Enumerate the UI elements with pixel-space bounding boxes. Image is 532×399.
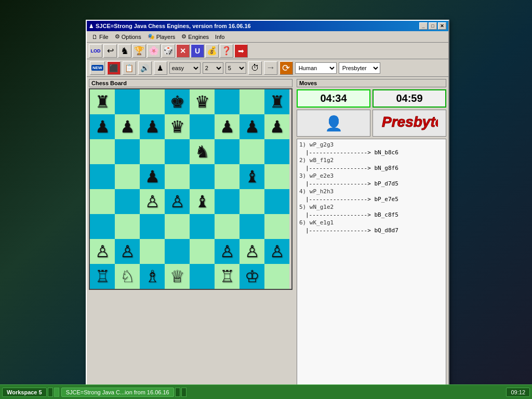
chess-cell[interactable] (115, 214, 140, 239)
sound-button[interactable]: 🔊 (138, 61, 152, 75)
chess-cell[interactable] (240, 139, 264, 164)
chess-cell[interactable] (140, 214, 165, 239)
package-button[interactable]: 🎲 (162, 44, 175, 58)
chess-cell[interactable] (215, 89, 240, 114)
chess-cell[interactable]: ♗ (140, 264, 165, 289)
chess-cell[interactable] (264, 189, 289, 214)
chess-cell[interactable] (264, 164, 289, 189)
chess-cell[interactable] (90, 189, 115, 214)
go-arrow-button[interactable]: → (264, 61, 277, 75)
chess-cell[interactable] (165, 239, 190, 264)
maximize-button[interactable]: □ (429, 22, 437, 30)
chess-cell[interactable]: ♚ (165, 89, 190, 114)
taskbar-app-label[interactable]: SJCE=Strong Java C...ion from 16.06.16 (61, 388, 174, 397)
workspace-label[interactable]: Workspace 5 (2, 388, 47, 397)
stop-button[interactable]: ⬛ (107, 61, 121, 75)
chess-cell[interactable]: ♟ (215, 114, 240, 139)
chess-cell[interactable] (115, 164, 140, 189)
minimize-button[interactable]: _ (419, 22, 428, 30)
chess-cell[interactable] (115, 89, 140, 114)
right-arrow-button[interactable]: ➡ (234, 44, 248, 58)
player2-select[interactable]: Presbyter Stockfish Human (339, 62, 380, 74)
chess-cell[interactable] (190, 239, 215, 264)
undo-button[interactable]: ↩ (103, 44, 117, 58)
trophy-button[interactable]: 🏆 (132, 44, 146, 58)
x-button[interactable]: ✕ (176, 44, 190, 58)
chess-cell[interactable] (140, 139, 165, 164)
chess-board[interactable]: ♜♚♛♜♟♟♟♛♟♟♟♞♟♝♙♙♝♙♙♙♙♙♖♘♗♕♖♔ (89, 88, 292, 290)
chess-cell[interactable] (240, 89, 264, 114)
player1-select[interactable]: Human Computer (295, 62, 337, 74)
chess-cell[interactable]: ♜ (90, 89, 115, 114)
rotate-button[interactable]: ⟳ (280, 61, 293, 75)
chess-cell[interactable]: ♟ (115, 114, 140, 139)
menu-players[interactable]: 🎭 Players (144, 32, 179, 41)
chess-cell[interactable] (264, 214, 289, 239)
knight-button[interactable]: ♞ (118, 44, 131, 58)
notes-button[interactable]: 📋 (123, 61, 136, 75)
chess-cell[interactable]: ♞ (190, 139, 215, 164)
chess-cell[interactable]: ♟ (90, 114, 115, 139)
difficulty-select[interactable]: easy medium hard (169, 62, 201, 74)
menu-options[interactable]: ⚙ Options (112, 32, 144, 41)
chess-cell[interactable]: ♟ (140, 164, 165, 189)
moves-list[interactable]: 1) wP_g2g3|-----------------> bN_b8c62) … (297, 139, 446, 390)
chess-cell[interactable] (115, 189, 140, 214)
chess-cell[interactable] (165, 139, 190, 164)
chess-cell[interactable]: ♔ (240, 264, 264, 289)
chess-cell[interactable]: ♙ (240, 239, 264, 264)
clock-button[interactable]: ⏱ (248, 61, 262, 75)
chess-cell[interactable]: ♖ (215, 264, 240, 289)
chess-cell[interactable] (264, 264, 289, 289)
chess-cell[interactable] (90, 214, 115, 239)
new-button[interactable]: NEW (90, 61, 105, 75)
chess-cell[interactable] (165, 164, 190, 189)
chess-cell[interactable] (90, 164, 115, 189)
chess-cell[interactable]: ♙ (140, 189, 165, 214)
num2-select[interactable]: 5 3 10 (225, 62, 246, 74)
chess-cell[interactable]: ♙ (215, 239, 240, 264)
menu-info[interactable]: Info (212, 33, 228, 41)
board-button[interactable]: ♟ (154, 61, 167, 75)
chess-cell[interactable]: ♛ (190, 89, 215, 114)
help-button[interactable]: ❓ (220, 44, 233, 58)
chess-cell[interactable]: ♟ (264, 114, 289, 139)
u-button[interactable]: U (191, 44, 204, 58)
chess-cell[interactable]: ♕ (165, 264, 190, 289)
chess-cell[interactable]: ♛ (165, 114, 190, 139)
chess-cell[interactable] (240, 214, 264, 239)
chess-cell[interactable] (215, 139, 240, 164)
chess-cell[interactable] (90, 139, 115, 164)
chess-cell[interactable]: ♘ (115, 264, 140, 289)
lod-button[interactable]: LOD (89, 44, 102, 58)
chess-cell[interactable] (115, 139, 140, 164)
chess-cell[interactable] (215, 189, 240, 214)
chess-cell[interactable]: ♟ (240, 114, 264, 139)
chess-cell[interactable] (264, 139, 289, 164)
chess-cell[interactable] (215, 214, 240, 239)
chess-cell[interactable] (190, 264, 215, 289)
close-button[interactable]: ✕ (438, 22, 446, 30)
money-button[interactable]: 💰 (205, 44, 219, 58)
chess-cell[interactable] (215, 164, 240, 189)
chess-cell[interactable]: ♙ (90, 239, 115, 264)
num1-select[interactable]: 2 1 3 (203, 62, 223, 74)
chess-cell[interactable]: ♖ (90, 264, 115, 289)
flower-button[interactable]: 🌸 (147, 44, 161, 58)
chess-cell[interactable]: ♟ (140, 114, 165, 139)
menu-file[interactable]: 🗋 File (89, 33, 112, 41)
chess-cell[interactable]: ♜ (264, 89, 289, 114)
chess-cell[interactable] (140, 239, 165, 264)
chess-cell[interactable]: ♙ (115, 239, 140, 264)
chess-cell[interactable]: ♙ (165, 189, 190, 214)
chess-cell[interactable] (240, 189, 264, 214)
chess-cell[interactable] (190, 164, 215, 189)
menu-engines[interactable]: ⚙ Engines (178, 32, 212, 41)
chess-cell[interactable]: ♙ (264, 239, 289, 264)
chess-cell[interactable] (190, 114, 215, 139)
chess-cell[interactable] (165, 214, 190, 239)
chess-cell[interactable] (190, 214, 215, 239)
chess-cell[interactable] (140, 89, 165, 114)
chess-cell[interactable]: ♝ (240, 164, 264, 189)
chess-cell[interactable]: ♝ (190, 189, 215, 214)
